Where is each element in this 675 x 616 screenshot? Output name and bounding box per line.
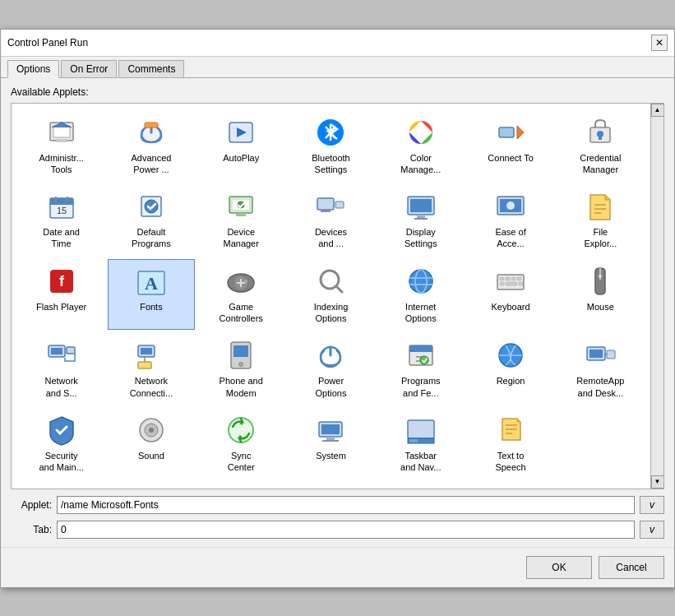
applet-label-keyboard: Keyboard (492, 301, 530, 313)
sync-icon (224, 414, 257, 447)
tab-bar: Options On Error Comments (1, 57, 674, 78)
applet-item-security[interactable]: Security and Main... (18, 408, 104, 479)
admin-icon (45, 116, 78, 149)
autoplay-icon (224, 116, 257, 149)
applet-item-mouse[interactable]: Mouse (557, 259, 644, 331)
game-icon (224, 265, 257, 298)
svg-rect-56 (506, 277, 510, 280)
svg-rect-61 (519, 282, 523, 285)
internet-icon (405, 265, 437, 298)
keyboard-icon (494, 265, 527, 298)
applet-item-text-to-speech[interactable]: Text to Speech (467, 408, 553, 479)
tab-onerror[interactable]: On Error (61, 60, 117, 77)
applet-item-indexing-options[interactable]: Indexing Options (288, 259, 374, 331)
svg-point-63 (599, 275, 602, 278)
mouse-icon (584, 265, 617, 298)
applet-label-sync-center: Sync Center (228, 450, 255, 474)
scroll-down-button[interactable]: ▼ (651, 475, 664, 489)
applet-item-device-manager[interactable]: Device Manager (198, 184, 284, 256)
svg-rect-76 (409, 345, 432, 352)
applet-input[interactable] (57, 496, 635, 514)
applet-item-sound[interactable]: Sound (108, 408, 194, 479)
applet-item-system[interactable]: System (288, 408, 374, 479)
remote-icon (584, 339, 617, 372)
system-icon (314, 414, 347, 447)
applet-item-file-explorer[interactable]: File Explor... (557, 184, 644, 256)
applet-label-network-sharing: Network and S... (44, 375, 77, 399)
svg-point-47 (244, 280, 247, 283)
applet-item-fonts[interactable]: AFonts (108, 259, 194, 331)
applet-item-programs-features[interactable]: Programs and Fe... (377, 333, 464, 405)
sound-icon (135, 414, 168, 447)
svg-rect-60 (506, 282, 517, 285)
applet-item-internet-options[interactable]: Internet Options (377, 259, 464, 331)
scroll-up-button[interactable]: ▲ (651, 104, 664, 117)
applet-label-file-explorer: File Explor... (584, 226, 617, 250)
tab-input[interactable] (57, 521, 635, 539)
applet-label-fonts: Fonts (140, 301, 163, 313)
applet-item-admin-tools[interactable]: Administr... Tools (18, 110, 104, 182)
svg-point-21 (145, 200, 158, 213)
applets-scroll[interactable]: Administr... ToolsAdvanced Power ...Auto… (12, 104, 650, 489)
svg-rect-94 (409, 439, 418, 442)
svg-rect-4 (145, 123, 158, 127)
applet-item-phone-modem[interactable]: Phone and Modem (198, 333, 284, 405)
tab-v-button[interactable]: v (640, 521, 664, 539)
applet-label-date-time: Date and Time (43, 226, 80, 250)
applet-label-security: Security and Main... (39, 450, 83, 474)
power-icon (135, 116, 168, 149)
applet-item-credential-manager[interactable]: Credential Manager (557, 110, 644, 182)
devices-icon (314, 190, 347, 223)
applet-item-network-sharing[interactable]: Network and S... (18, 333, 104, 405)
applet-label-device-manager: Device Manager (223, 226, 258, 250)
cancel-button[interactable]: Cancel (599, 556, 664, 579)
close-button[interactable]: ✕ (651, 35, 668, 51)
applet-item-default-programs[interactable]: Default Programs (108, 184, 194, 256)
svg-rect-91 (322, 440, 339, 442)
svg-rect-59 (500, 282, 504, 285)
applet-item-remoteapp[interactable]: RemoteApp and Desk... (557, 333, 644, 405)
svg-rect-72 (233, 345, 248, 357)
applet-item-date-time[interactable]: 15Date and Time (18, 184, 104, 256)
svg-rect-90 (326, 437, 335, 440)
applet-item-color-manager[interactable]: Color Manage... (377, 110, 464, 182)
applet-item-display-settings[interactable]: Display Settings (377, 184, 464, 256)
applet-item-taskbar[interactable]: Taskbar and Nav... (377, 408, 464, 479)
available-label: Available Applets: (11, 86, 664, 98)
scrollbar-track[interactable] (651, 117, 663, 475)
applet-item-bluetooth[interactable]: ✦Bluetooth Settings (288, 110, 374, 182)
svg-rect-32 (414, 218, 428, 220)
applet-label-internet-options: Internet Options (405, 301, 437, 325)
svg-point-10 (416, 127, 426, 137)
svg-rect-16 (50, 198, 73, 205)
applet-item-keyboard[interactable]: Keyboard (467, 259, 553, 331)
ok-button[interactable]: OK (526, 556, 592, 579)
applet-v-button[interactable]: v (640, 496, 664, 514)
applet-label-network-connections: Network Connecti... (130, 375, 173, 399)
tab-options[interactable]: Options (7, 60, 59, 78)
applet-label-connect-to: Connect To (488, 152, 533, 164)
applet-item-flash-player[interactable]: fFlash Player (18, 259, 104, 331)
applet-item-autoplay[interactable]: AutoPlay (198, 110, 284, 182)
applet-item-ease-of-access[interactable]: Ease of Acce... (467, 184, 553, 256)
applet-item-region[interactable]: Region (467, 333, 553, 405)
applet-label-ease-of-access: Ease of Acce... (495, 226, 525, 250)
applet-item-network-connections[interactable]: Network Connecti... (108, 333, 194, 405)
svg-rect-82 (607, 350, 615, 359)
applet-label-sound: Sound (138, 450, 164, 461)
applet-label-default-programs: Default Programs (132, 226, 171, 250)
applet-label-indexing-options: Indexing Options (314, 301, 349, 325)
svg-rect-24 (236, 213, 246, 216)
applet-item-power-options[interactable]: Power Options (288, 333, 374, 405)
applet-item-connect-to[interactable]: Connect To (467, 110, 553, 182)
main-window: Control Panel Run ✕ Options On Error Com… (0, 29, 675, 588)
tab-comments[interactable]: Comments (118, 60, 184, 77)
applet-label-advanced-power: Advanced Power ... (131, 152, 171, 176)
applet-item-devices[interactable]: Devices and ... (288, 184, 374, 256)
applet-item-sync-center[interactable]: Sync Center (198, 408, 284, 479)
applet-item-advanced-power[interactable]: Advanced Power ... (108, 110, 194, 182)
tts-icon (494, 414, 527, 447)
svg-point-73 (239, 363, 243, 367)
svg-rect-14 (599, 136, 602, 140)
applet-item-game-controllers[interactable]: Game Controllers (198, 259, 284, 331)
